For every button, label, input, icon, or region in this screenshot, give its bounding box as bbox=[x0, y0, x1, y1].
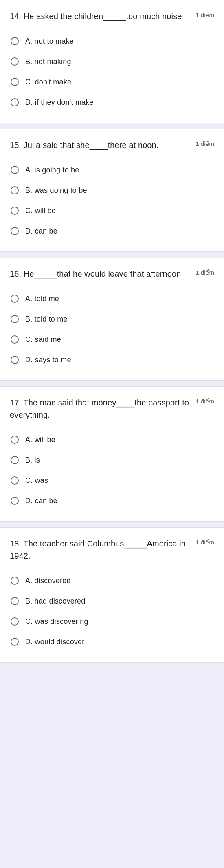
radio-unchecked-icon bbox=[10, 455, 20, 465]
svg-point-12 bbox=[11, 436, 18, 443]
options-group: A. is going to beB. was going to beC. wi… bbox=[10, 161, 214, 240]
svg-point-19 bbox=[11, 638, 18, 645]
svg-point-13 bbox=[11, 456, 18, 464]
option-row[interactable]: B. not making bbox=[10, 53, 214, 70]
option-row[interactable]: A. discovered bbox=[10, 572, 214, 590]
option-row[interactable]: D. would discover bbox=[10, 633, 214, 651]
option-row[interactable]: A. is going to be bbox=[10, 161, 214, 179]
option-label: B. had discovered bbox=[25, 597, 86, 606]
option-row[interactable]: C. don't make bbox=[10, 73, 214, 91]
svg-point-8 bbox=[11, 295, 18, 302]
question-card: 15. Julia said that she____there at noon… bbox=[0, 129, 224, 252]
question-points: 1 điểm bbox=[195, 397, 214, 405]
option-row[interactable]: C. was discovering bbox=[10, 612, 214, 630]
option-label: A. discovered bbox=[25, 577, 71, 585]
radio-unchecked-icon bbox=[10, 36, 20, 46]
radio-unchecked-icon bbox=[10, 97, 20, 107]
question-text: 17. The man said that money____the passp… bbox=[10, 397, 189, 421]
option-row[interactable]: B. was going to be bbox=[10, 181, 214, 199]
option-row[interactable]: D. can be bbox=[10, 222, 214, 240]
question-header: 14. He asked the children_____too much n… bbox=[10, 10, 214, 22]
radio-unchecked-icon bbox=[10, 226, 20, 236]
svg-point-2 bbox=[11, 78, 18, 86]
option-label: A. will be bbox=[25, 436, 55, 444]
question-points: 1 điểm bbox=[195, 538, 214, 546]
radio-unchecked-icon bbox=[10, 335, 20, 344]
option-row[interactable]: A. told me bbox=[10, 290, 214, 308]
radio-unchecked-icon bbox=[10, 617, 20, 626]
option-label: A. not to make bbox=[25, 37, 74, 46]
option-row[interactable]: D. says to me bbox=[10, 351, 214, 369]
option-label: A. told me bbox=[25, 295, 59, 303]
option-label: C. will be bbox=[25, 207, 56, 215]
question-points: 1 điểm bbox=[195, 139, 214, 148]
option-label: A. is going to be bbox=[25, 166, 79, 174]
option-label: C. don't make bbox=[25, 78, 71, 86]
svg-point-0 bbox=[11, 37, 18, 45]
radio-unchecked-icon bbox=[10, 57, 20, 66]
option-label: D. says to me bbox=[25, 356, 71, 364]
radio-unchecked-icon bbox=[10, 435, 20, 445]
question-card: 14. He asked the children_____too much n… bbox=[0, 0, 224, 123]
radio-unchecked-icon bbox=[10, 637, 20, 647]
option-row[interactable]: A. will be bbox=[10, 431, 214, 449]
options-group: A. told meB. told to meC. said meD. says… bbox=[10, 290, 214, 369]
radio-unchecked-icon bbox=[10, 185, 20, 195]
svg-point-16 bbox=[11, 577, 18, 584]
option-label: C. was discovering bbox=[25, 617, 88, 626]
options-group: A. will beB. isC. wasD. can be bbox=[10, 431, 214, 510]
option-row[interactable]: C. said me bbox=[10, 330, 214, 348]
svg-point-10 bbox=[11, 336, 18, 343]
svg-point-15 bbox=[11, 497, 18, 504]
question-card: 17. The man said that money____the passp… bbox=[0, 386, 224, 522]
question-text: 18. The teacher said Columbus_____Americ… bbox=[10, 538, 189, 562]
option-label: D. can be bbox=[25, 497, 57, 505]
radio-unchecked-icon bbox=[10, 476, 20, 485]
svg-point-3 bbox=[11, 99, 18, 106]
radio-unchecked-icon bbox=[10, 576, 20, 586]
options-group: A. discoveredB. had discoveredC. was dis… bbox=[10, 572, 214, 651]
option-row[interactable]: B. told to me bbox=[10, 310, 214, 328]
option-label: D. would discover bbox=[25, 638, 84, 646]
option-row[interactable]: B. had discovered bbox=[10, 592, 214, 610]
question-header: 18. The teacher said Columbus_____Americ… bbox=[10, 538, 214, 562]
option-row[interactable]: C. will be bbox=[10, 202, 214, 220]
options-group: A. not to makeB. not makingC. don't make… bbox=[10, 32, 214, 111]
radio-unchecked-icon bbox=[10, 294, 20, 304]
question-points: 1 điểm bbox=[195, 10, 214, 19]
svg-point-4 bbox=[11, 166, 18, 174]
option-label: B. told to me bbox=[25, 315, 68, 324]
radio-unchecked-icon bbox=[10, 596, 20, 606]
question-header: 16. He_____that he would leave that afte… bbox=[10, 268, 214, 280]
option-label: B. was going to be bbox=[25, 186, 87, 195]
radio-unchecked-icon bbox=[10, 165, 20, 175]
svg-point-9 bbox=[11, 315, 18, 323]
option-label: D. can be bbox=[25, 227, 57, 236]
svg-point-6 bbox=[11, 207, 18, 214]
form-root: 14. He asked the children_____too much n… bbox=[0, 0, 224, 663]
radio-unchecked-icon bbox=[10, 206, 20, 216]
svg-point-14 bbox=[11, 477, 18, 484]
option-label: B. is bbox=[25, 456, 40, 465]
radio-unchecked-icon bbox=[10, 314, 20, 324]
option-label: D. if they don't make bbox=[25, 98, 94, 107]
question-header: 17. The man said that money____the passp… bbox=[10, 397, 214, 421]
question-card: 16. He_____that he would leave that afte… bbox=[0, 258, 224, 381]
question-card: 18. The teacher said Columbus_____Americ… bbox=[0, 527, 224, 663]
question-header: 15. Julia said that she____there at noon… bbox=[10, 139, 214, 151]
radio-unchecked-icon bbox=[10, 355, 20, 365]
radio-unchecked-icon bbox=[10, 77, 20, 87]
option-row[interactable]: B. is bbox=[10, 451, 214, 469]
question-text: 14. He asked the children_____too much n… bbox=[10, 10, 189, 22]
option-row[interactable]: A. not to make bbox=[10, 32, 214, 50]
question-text: 16. He_____that he would leave that afte… bbox=[10, 268, 189, 280]
option-row[interactable]: D. if they don't make bbox=[10, 93, 214, 111]
option-row[interactable]: D. can be bbox=[10, 492, 214, 510]
question-text: 15. Julia said that she____there at noon… bbox=[10, 139, 189, 151]
svg-point-11 bbox=[11, 356, 18, 364]
svg-point-18 bbox=[11, 618, 18, 625]
option-label: B. not making bbox=[25, 57, 71, 66]
option-row[interactable]: C. was bbox=[10, 471, 214, 489]
svg-point-5 bbox=[11, 187, 18, 194]
svg-point-1 bbox=[11, 58, 18, 65]
